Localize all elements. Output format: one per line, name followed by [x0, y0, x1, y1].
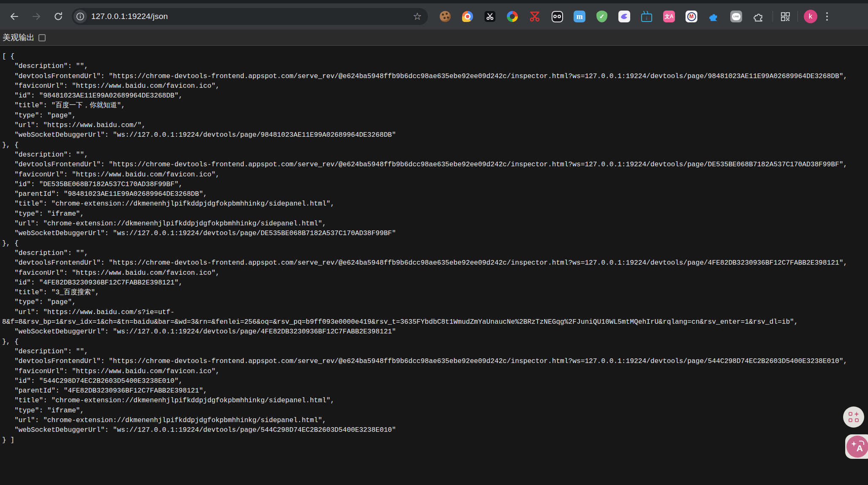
purple-bird-icon	[618, 11, 630, 22]
json-line: "url": "chrome-extension://dkmenenhjlpif…	[2, 219, 868, 229]
json-line: "devtoolsFrontendUrl": "https://chrome-d…	[2, 72, 868, 81]
m-circle-icon: M	[686, 11, 697, 22]
json-line: "id": "544C298D74EC2B2603D5400E3238E010"…	[2, 377, 868, 386]
scissors-extension-icon[interactable]	[484, 10, 496, 23]
red-scissors-icon	[529, 11, 540, 22]
json-line: "faviconUrl": "https://www.baidu.com/fav…	[2, 81, 868, 91]
cookie-icon	[440, 11, 451, 22]
medium-extension-icon[interactable]: m	[573, 10, 586, 23]
json-line: "parentId": "4FE82DB3230936BF12C7FABB2E3…	[2, 386, 868, 396]
json-line: "description": "",	[2, 62, 868, 71]
json-line: }, {	[2, 337, 868, 347]
json-line: 8&f=8&rsv_bp=1&rsv_idx=1&ch=&tn=baidu&ba…	[2, 317, 868, 327]
info-icon	[76, 12, 84, 21]
json-line: "id": "DE535BE068B7182A537C170AD38F99BF"…	[2, 180, 868, 190]
apps-sparkle-icon	[849, 412, 859, 422]
json-line: "id": "4FE82DB3230936BF12C7FABB2E398121"…	[2, 278, 868, 288]
toolbar-divider	[773, 11, 773, 22]
json-line: }, {	[2, 141, 868, 150]
forward-arrow-icon	[31, 11, 41, 22]
json-line: "description": "",	[2, 347, 868, 357]
translate-fab-backplate[interactable]: A	[845, 434, 868, 459]
color-wheel-icon	[507, 11, 518, 22]
json-line: }, {	[2, 239, 868, 249]
json-line: "webSocketDebuggerUrl": "ws://127.0.0.1:…	[2, 327, 868, 337]
json-line: "webSocketDebuggerUrl": "ws://127.0.0.1:…	[2, 130, 868, 140]
back-arrow-icon	[9, 11, 19, 22]
url-bar[interactable]: 127.0.0.1:19224/json ☆	[72, 8, 428, 25]
shield-extension-icon[interactable]: ✓	[596, 10, 608, 23]
red-scissors-extension-icon[interactable]	[528, 10, 541, 23]
json-line: "title": "chrome-extension://dkmenenhjlp…	[2, 396, 868, 406]
json-line: "description": "",	[2, 150, 868, 160]
translate-fab-button[interactable]: A	[846, 436, 868, 458]
json-line: "devtoolsFrontendUrl": "https://chrome-d…	[2, 258, 868, 268]
colorwheel-extension-icon[interactable]	[506, 10, 519, 23]
bookmark-star-button[interactable]: ☆	[411, 10, 424, 23]
json-line: "webSocketDebuggerUrl": "ws://127.0.0.1:…	[2, 425, 868, 435]
json-line: "devtoolsFrontendUrl": "https://chrome-d…	[2, 357, 868, 366]
qr-code-button[interactable]	[779, 10, 792, 23]
line-extension-icon[interactable]: LINE	[730, 10, 743, 23]
dot	[826, 16, 828, 17]
dot	[826, 12, 828, 14]
json-line: "url": "https://www.baidu.com/",	[2, 121, 868, 130]
goggles-icon	[552, 11, 563, 22]
goggles-extension-icon[interactable]	[551, 10, 563, 23]
cookie-extension-icon[interactable]	[439, 10, 452, 23]
json-line: "description": "",	[2, 249, 868, 258]
json-line: "title": "3_百度搜索",	[2, 288, 868, 298]
json-line: "faviconUrl": "https://www.baidu.com/fav…	[2, 268, 868, 278]
tv-download-icon: ↓	[641, 14, 652, 22]
colorful-pin-icon	[462, 11, 473, 22]
window-top-strip	[0, 0, 868, 3]
pretty-print-checkbox[interactable]	[38, 34, 46, 41]
reload-icon	[53, 11, 63, 22]
json-line: "webSocketDebuggerUrl": "ws://127.0.0.1:…	[2, 229, 868, 238]
green-shield-check-icon: ✓	[596, 11, 607, 22]
back-button[interactable]	[6, 8, 23, 25]
extensions-row: m ✓ ↓ 文A M	[439, 10, 765, 23]
apps-sparkle-fab-button[interactable]	[843, 406, 864, 428]
json-line: "url": "chrome-extension://dkmenenhjlpif…	[2, 416, 868, 425]
ai-translate-icon: A	[852, 441, 863, 452]
forward-button[interactable]	[28, 8, 45, 25]
browser-toolbar: 127.0.0.1:19224/json ☆	[0, 3, 868, 30]
medium-m-icon: m	[574, 11, 585, 22]
json-line: "title": "百度一下，你就知道",	[2, 101, 868, 111]
scissors-dark-icon	[484, 11, 496, 22]
blue-puzzle-icon	[708, 11, 719, 22]
profile-avatar[interactable]: k	[804, 10, 817, 23]
url-text[interactable]: 127.0.0.1:19224/json	[91, 12, 411, 21]
json-line: "title": "chrome-extension://dkmenenhjlp…	[2, 199, 868, 209]
tv-extension-icon[interactable]: ↓	[640, 10, 653, 23]
line-messenger-icon: LINE	[730, 11, 742, 22]
m-circle-extension-icon[interactable]: M	[685, 10, 698, 23]
json-line: "devtoolsFrontendUrl": "https://chrome-d…	[2, 160, 868, 170]
json-line: } ]	[2, 436, 868, 445]
json-line: "type": "page",	[2, 298, 868, 307]
pink-translate-icon: 文A	[663, 11, 675, 22]
json-line: "parentId": "98481023AE11E99A02689964DE3…	[2, 190, 868, 199]
json-line: [ {	[2, 52, 868, 62]
pin-extension-icon[interactable]	[461, 10, 474, 23]
pretty-print-bar: 美观输出	[0, 30, 868, 46]
translate-extension-icon[interactable]: 文A	[663, 10, 675, 23]
json-line: "faviconUrl": "https://www.baidu.com/fav…	[2, 170, 868, 180]
json-line: "type": "iframe",	[2, 209, 868, 219]
reload-button[interactable]	[50, 8, 67, 25]
toolbar-right-cluster: k	[767, 10, 831, 23]
json-line: "type": "iframe",	[2, 406, 868, 416]
dot	[826, 19, 828, 21]
extensions-menu-button[interactable]	[752, 10, 765, 23]
json-line: "id": "98481023AE11E99A02689964DE3268DB"…	[2, 91, 868, 101]
blue-puzzle-extension-icon[interactable]	[707, 10, 720, 23]
site-info-button[interactable]	[73, 10, 87, 23]
extensions-puzzle-icon	[753, 11, 764, 22]
pretty-print-label: 美观输出	[3, 32, 35, 43]
json-line: "type": "page",	[2, 111, 868, 121]
qr-code-icon	[780, 11, 790, 22]
browser-menu-button[interactable]	[823, 10, 831, 23]
bird-extension-icon[interactable]	[618, 10, 631, 23]
json-body: [ { "description": "", "devtoolsFrontend…	[0, 46, 868, 445]
